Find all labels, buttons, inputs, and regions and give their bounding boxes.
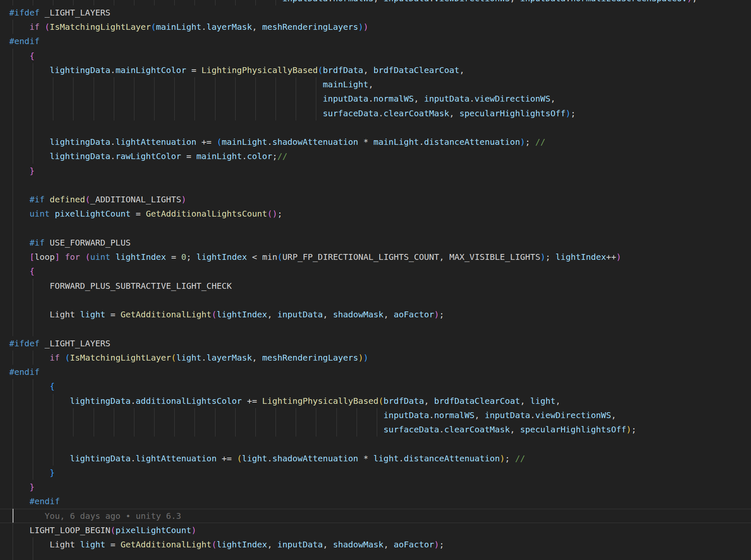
- code-token: ;: [272, 151, 277, 161]
- indent-guide: [13, 537, 13, 552]
- code-token: Light: [50, 539, 80, 550]
- code-token: FORWARD_PLUS_SUBTRACTIVE_LIGHT_CHECK: [50, 281, 231, 291]
- code-token: ]: [55, 252, 60, 262]
- line-content: {: [9, 381, 55, 391]
- indent-guide: [194, 92, 195, 106]
- code-token: light: [530, 396, 555, 406]
- indent-spaces: [9, 0, 282, 3]
- code-token: (: [171, 353, 176, 363]
- code-line[interactable]: inputData.normalWS, inputData.viewDirect…: [0, 408, 751, 422]
- code-line[interactable]: [0, 221, 751, 236]
- line-content: #endif: [9, 367, 39, 377]
- code-line[interactable]: }: [0, 164, 751, 178]
- code-line[interactable]: lightingData.mainLightColor = LightingPh…: [0, 63, 751, 77]
- code-line[interactable]: [0, 293, 751, 307]
- code-line[interactable]: #endif: [0, 494, 751, 508]
- code-token: (: [85, 194, 90, 204]
- code-token: _ADDITIONAL_LIGHTS: [90, 194, 181, 204]
- code-token: [45, 194, 50, 204]
- git-blame-annotation[interactable]: You, 6 days ago • unity 6.3: [0, 509, 751, 523]
- code-token: .: [530, 410, 535, 420]
- code-line[interactable]: #endif: [0, 365, 751, 379]
- line-content: }: [9, 468, 55, 478]
- indent-guide: [154, 422, 155, 437]
- code-line[interactable]: mainLight,: [0, 77, 751, 92]
- line-content: inputData.normalWS, inputData.viewDirect…: [9, 94, 555, 104]
- code-token: light: [80, 539, 105, 550]
- code-line[interactable]: if (IsMatchingLightLayer(light.layerMask…: [0, 351, 751, 365]
- code-line[interactable]: inputData.normalWS, inputData.viewDirect…: [0, 92, 751, 106]
- code-line[interactable]: LIGHT_LOOP_BEGIN(pixelLightCount): [0, 523, 751, 537]
- code-token: ): [520, 137, 525, 147]
- code-token: light: [373, 453, 399, 463]
- code-line[interactable]: Light light = GetAdditionalLight(lightIn…: [0, 537, 751, 552]
- indent-spaces: [9, 151, 50, 161]
- code-token: ,: [460, 65, 465, 75]
- code-line[interactable]: #if USE_FORWARD_PLUS: [0, 236, 751, 250]
- code-token: [50, 209, 55, 219]
- code-editor[interactable]: inputData.normalWS, inputData.viewDirect…: [0, 0, 751, 560]
- code-token: .: [378, 108, 383, 118]
- code-line[interactable]: }: [0, 480, 751, 494]
- code-line[interactable]: }: [0, 466, 751, 480]
- code-line[interactable]: {: [0, 49, 751, 63]
- indent-guide: [114, 106, 114, 120]
- indent-guide: [53, 77, 53, 92]
- code-token: ,: [383, 309, 394, 319]
- indent-guide: [134, 0, 134, 5]
- code-token: [60, 353, 65, 363]
- code-token: ): [540, 252, 545, 262]
- code-token: ,: [550, 94, 555, 104]
- code-line[interactable]: [0, 437, 751, 451]
- code-line[interactable]: lightingData.rawLightColor = mainLight.c…: [0, 149, 751, 163]
- code-line[interactable]: [0, 120, 751, 135]
- code-token: GetAdditionalLight: [121, 539, 212, 550]
- code-line[interactable]: [0, 552, 751, 560]
- indent-guide: [94, 422, 94, 437]
- indent-guide: [215, 77, 215, 92]
- code-token: ,: [556, 396, 561, 406]
- indent-spaces: [9, 65, 50, 75]
- code-token: brdfData: [383, 396, 424, 406]
- code-line[interactable]: {: [0, 379, 751, 393]
- code-line[interactable]: lightingData.lightAttenuation += (light.…: [0, 451, 751, 466]
- code-token: .: [242, 151, 247, 161]
- code-line[interactable]: {: [0, 264, 751, 278]
- code-token: _LIGHT_LAYERS: [39, 8, 110, 18]
- line-content: #ifdef _LIGHT_LAYERS: [9, 338, 110, 348]
- code-line[interactable]: if (IsMatchingLightLayer(mainLight.layer…: [0, 20, 751, 34]
- code-line[interactable]: [0, 178, 751, 192]
- code-token: .: [131, 396, 136, 406]
- code-token: lightingData: [70, 453, 131, 463]
- indent-guide: [13, 164, 13, 178]
- code-line[interactable]: inputData.normalWS, inputData.viewDirect…: [0, 0, 751, 5]
- code-line[interactable]: FORWARD_PLUS_SUBTRACTIVE_LIGHT_CHECK: [0, 279, 751, 293]
- code-line[interactable]: uint pixelLightCount = GetAdditionalLigh…: [0, 207, 751, 221]
- code-token: GetAdditionalLightsCount: [146, 209, 267, 219]
- code-line[interactable]: lightingData.additionalLightsColor += Li…: [0, 394, 751, 408]
- code-token: ,: [368, 79, 373, 89]
- code-line[interactable]: #ifdef _LIGHT_LAYERS: [0, 336, 751, 351]
- code-line[interactable]: #if defined(_ADDITIONAL_LIGHTS): [0, 192, 751, 207]
- code-line[interactable]: lightingData.lightAttenuation += (mainLi…: [0, 135, 751, 149]
- indent-guide: [336, 408, 337, 422]
- code-line[interactable]: [0, 322, 751, 336]
- code-line[interactable]: [loop] for (uint lightIndex = 0; lightIn…: [0, 250, 751, 264]
- code-line[interactable]: Light light = GetAdditionalLight(lightIn…: [0, 307, 751, 322]
- indent-guide: [33, 394, 33, 408]
- indent-guide: [154, 106, 155, 120]
- indent-guide: [13, 120, 13, 135]
- code-token: clearCoatMask: [383, 108, 449, 118]
- code-line[interactable]: surfaceData.clearCoatMask, specularHighl…: [0, 106, 751, 120]
- code-line[interactable]: surfaceData.clearCoatMask, specularHighl…: [0, 422, 751, 437]
- indent-guide: [174, 77, 175, 92]
- code-line[interactable]: #endif: [0, 34, 751, 48]
- code-token: =: [131, 209, 146, 219]
- indent-guide: [134, 422, 134, 437]
- code-line[interactable]: #ifdef _LIGHT_LAYERS: [0, 5, 751, 20]
- code-token: }: [29, 482, 34, 492]
- indent-guide: [13, 437, 13, 451]
- indent-guide: [13, 250, 13, 264]
- line-content: Light light = GetAdditionalLight(lightIn…: [9, 309, 444, 319]
- code-token: lightIndex: [556, 252, 606, 262]
